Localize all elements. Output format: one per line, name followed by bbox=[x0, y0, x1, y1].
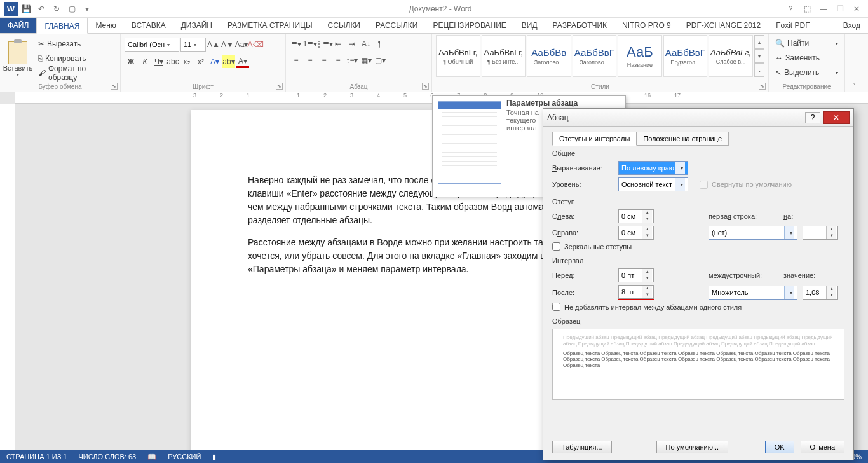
right-spinner[interactable]: ▴▾ bbox=[618, 226, 654, 240]
style-gallery-scroll[interactable]: ▴▾⌄ bbox=[754, 35, 764, 77]
align-right-icon[interactable]: ≡ bbox=[318, 54, 330, 67]
tab-layout[interactable]: РАЗМЕТКА СТРАНИЦЫ bbox=[220, 18, 320, 33]
tab-file[interactable]: ФАЙЛ bbox=[0, 18, 36, 33]
select-button[interactable]: ↖Выделить▾ bbox=[773, 66, 841, 79]
numbering-icon[interactable]: 1≣▾ bbox=[304, 38, 316, 50]
clipboard-launcher-icon[interactable]: ⬊ bbox=[111, 83, 118, 90]
ok-button[interactable]: OK bbox=[765, 441, 794, 453]
dialog-help-icon[interactable]: ? bbox=[805, 112, 820, 123]
tab-foxit[interactable]: Foxit PDF bbox=[768, 18, 817, 33]
status-lang[interactable]: РУССКИЙ bbox=[168, 453, 201, 460]
level-select[interactable]: Основной текст▾ bbox=[618, 177, 688, 191]
tab-design[interactable]: ДИЗАЙН bbox=[173, 18, 220, 33]
word-app-icon[interactable]: W bbox=[4, 2, 18, 16]
vertical-ruler[interactable] bbox=[0, 104, 15, 450]
nosame-checkbox[interactable]: Не добавлять интервал между абзацами одн… bbox=[552, 303, 844, 311]
before-spinner[interactable]: ▴▾ bbox=[618, 268, 654, 282]
cancel-button[interactable]: Отмена bbox=[801, 441, 844, 453]
tab-mailings[interactable]: РАССЫЛКИ bbox=[368, 18, 425, 33]
status-proof-icon[interactable]: 📖 bbox=[147, 453, 156, 461]
after-spinner[interactable]: ▴▾ bbox=[618, 285, 654, 299]
paste-button[interactable]: Вставить ▾ bbox=[4, 40, 32, 78]
text-effects-icon[interactable]: A▾ bbox=[208, 55, 221, 68]
font-name-combo[interactable]: Calibri (Осн▾ bbox=[125, 38, 179, 52]
ribbon-collapse[interactable]: ˄ bbox=[845, 34, 858, 92]
style-nospacing[interactable]: АаБбВвГг,¶ Без инте... bbox=[482, 35, 526, 77]
qat-more-icon[interactable]: ▾ bbox=[80, 2, 94, 16]
sort-icon[interactable]: A↓ bbox=[360, 38, 372, 50]
default-button[interactable]: По умолчанию... bbox=[656, 441, 729, 453]
find-button[interactable]: 🔍Найти▾ bbox=[773, 36, 841, 50]
help-icon[interactable]: ? bbox=[783, 3, 798, 15]
cut-button[interactable]: ✂Вырезать bbox=[36, 37, 116, 51]
on-spinner[interactable]: ▴▾ bbox=[803, 226, 838, 240]
save-icon[interactable]: 💾 bbox=[19, 2, 33, 16]
align-select[interactable]: По левому краю▾ bbox=[618, 161, 688, 175]
align-center-icon[interactable]: ≡ bbox=[304, 54, 316, 67]
tab-pdfxchange[interactable]: PDF-XCHANGE 2012 bbox=[679, 18, 768, 33]
highlight-icon[interactable]: ab▾ bbox=[222, 55, 235, 68]
undo-icon[interactable]: ↶ bbox=[34, 2, 48, 16]
style-emphasis[interactable]: АаБбВвГг,Слабое в... bbox=[709, 35, 753, 77]
minimize-icon[interactable]: — bbox=[816, 3, 831, 15]
status-words[interactable]: ЧИСЛО СЛОВ: 63 bbox=[79, 453, 137, 460]
ribbon-collapse-icon[interactable]: ⬚ bbox=[799, 3, 815, 15]
value-spinner[interactable]: ▴▾ bbox=[803, 286, 838, 300]
line-spacing-icon[interactable]: ↕≡▾ bbox=[346, 54, 358, 67]
italic-icon[interactable]: К bbox=[139, 55, 151, 68]
tab-insert[interactable]: ВСТАВКА bbox=[124, 18, 173, 33]
clear-format-icon[interactable]: A⌫ bbox=[249, 38, 262, 51]
borders-icon[interactable]: ▢▾ bbox=[374, 54, 386, 67]
format-painter-button[interactable]: 🖌Формат по образцу bbox=[36, 66, 116, 80]
style-title[interactable]: АаБНазвание bbox=[618, 35, 662, 77]
status-page[interactable]: СТРАНИЦА 1 ИЗ 1 bbox=[6, 453, 67, 460]
paragraph-launcher-icon[interactable]: ⬊ bbox=[422, 83, 429, 90]
font-size-combo[interactable]: 11▾ bbox=[180, 38, 206, 52]
tab-menu[interactable]: Меню bbox=[88, 18, 123, 33]
left-spinner[interactable]: ▴▾ bbox=[618, 209, 654, 223]
show-marks-icon[interactable]: ¶ bbox=[374, 38, 386, 50]
new-doc-icon[interactable]: ▢ bbox=[65, 2, 79, 16]
login-link[interactable]: Вход bbox=[836, 18, 868, 33]
copy-button[interactable]: ⎘Копировать bbox=[36, 52, 116, 66]
dialog-tab-position[interactable]: Положение на странице bbox=[636, 132, 729, 146]
linespacing-select[interactable]: Множитель▾ bbox=[709, 286, 797, 300]
bold-icon[interactable]: Ж bbox=[125, 55, 137, 68]
maximize-icon[interactable]: ❐ bbox=[832, 3, 848, 15]
underline-icon[interactable]: Ч▾ bbox=[153, 55, 165, 68]
shrink-font-icon[interactable]: A▼ bbox=[221, 38, 234, 51]
style-heading1[interactable]: АаБбВвЗаголово... bbox=[527, 35, 571, 77]
replace-button[interactable]: ↔Заменить bbox=[773, 51, 841, 65]
subscript-icon[interactable]: x₂ bbox=[180, 55, 193, 68]
font-launcher-icon[interactable]: ⬊ bbox=[276, 83, 283, 90]
multilevel-icon[interactable]: ⋮≣▾ bbox=[318, 38, 330, 50]
tab-references[interactable]: ССЫЛКИ bbox=[320, 18, 368, 33]
dialog-titlebar[interactable]: Абзац ? ✕ bbox=[543, 109, 853, 127]
dialog-tab-indents[interactable]: Отступы и интервалы bbox=[552, 132, 637, 146]
tabs-button[interactable]: Табуляция... bbox=[552, 441, 612, 453]
shading-icon[interactable]: ▦▾ bbox=[360, 54, 372, 67]
mirror-checkbox[interactable]: Зеркальные отступы bbox=[552, 242, 844, 251]
align-left-icon[interactable]: ≡ bbox=[290, 54, 302, 67]
tab-review[interactable]: РЕЦЕНЗИРОВАНИЕ bbox=[425, 18, 513, 33]
font-color-icon[interactable]: A▾ bbox=[236, 55, 249, 68]
bullets-icon[interactable]: ≣▾ bbox=[290, 38, 302, 50]
tab-view[interactable]: ВИД bbox=[514, 18, 545, 33]
redo-icon[interactable]: ↻ bbox=[50, 2, 64, 16]
style-normal[interactable]: АаБбВвГг,¶ Обычный bbox=[436, 35, 480, 77]
tab-nitro[interactable]: NITRO PRO 9 bbox=[614, 18, 679, 33]
decrease-indent-icon[interactable]: ⇤ bbox=[332, 38, 344, 50]
tab-home[interactable]: ГЛАВНАЯ bbox=[36, 18, 88, 34]
dialog-close-icon[interactable]: ✕ bbox=[823, 111, 850, 124]
style-subtitle[interactable]: АаБбВвГПодзагол... bbox=[663, 35, 708, 77]
tab-developer[interactable]: РАЗРАБОТЧИК bbox=[545, 18, 615, 33]
status-macro-icon[interactable]: ▮ bbox=[212, 453, 216, 461]
increase-indent-icon[interactable]: ⇥ bbox=[346, 38, 358, 50]
strike-icon[interactable]: abc bbox=[166, 55, 179, 68]
firstline-select[interactable]: (нет)▾ bbox=[709, 226, 797, 240]
style-heading2[interactable]: АаБбВвГЗаголово... bbox=[573, 35, 617, 77]
superscript-icon[interactable]: x² bbox=[194, 55, 207, 68]
styles-launcher-icon[interactable]: ⬊ bbox=[759, 83, 766, 90]
justify-icon[interactable]: ≡ bbox=[332, 54, 344, 67]
close-icon[interactable]: ✕ bbox=[849, 3, 864, 15]
